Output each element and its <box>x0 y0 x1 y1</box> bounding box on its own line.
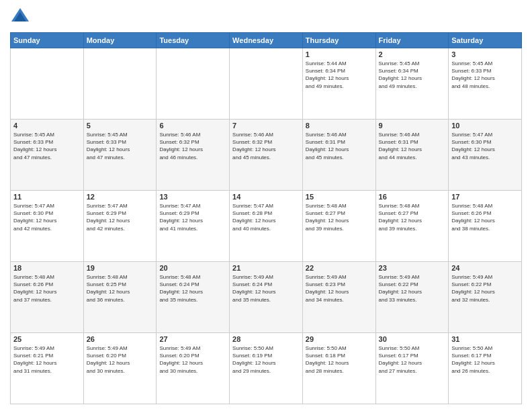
day-number-11: 11 <box>13 193 81 201</box>
day-number-6: 6 <box>159 122 226 130</box>
day-info-20: Sunrise: 5:48 AM Sunset: 6:24 PM Dayligh… <box>159 273 226 304</box>
page: Sunday Monday Tuesday Wednesday Thursday… <box>0 0 532 411</box>
cell-w1-d3: 7Sunrise: 5:46 AM Sunset: 6:32 PM Daylig… <box>230 120 303 191</box>
day-number-12: 12 <box>87 193 154 201</box>
col-sunday: Sunday <box>11 33 84 48</box>
day-info-4: Sunrise: 5:45 AM Sunset: 6:33 PM Dayligh… <box>13 131 81 161</box>
col-thursday: Thursday <box>302 33 375 48</box>
day-info-24: Sunrise: 5:49 AM Sunset: 6:22 PM Dayligh… <box>451 273 519 304</box>
day-info-23: Sunrise: 5:49 AM Sunset: 6:22 PM Dayligh… <box>379 273 446 304</box>
day-info-14: Sunrise: 5:47 AM Sunset: 6:28 PM Dayligh… <box>232 202 300 232</box>
day-info-7: Sunrise: 5:46 AM Sunset: 6:32 PM Dayligh… <box>232 131 300 161</box>
cell-w0-d4: 1Sunrise: 5:44 AM Sunset: 6:34 PM Daylig… <box>302 48 375 120</box>
cell-w2-d6: 17Sunrise: 5:48 AM Sunset: 6:26 PM Dayli… <box>449 191 522 262</box>
col-friday: Friday <box>375 33 449 48</box>
day-info-11: Sunrise: 5:47 AM Sunset: 6:30 PM Dayligh… <box>13 202 81 232</box>
cell-w2-d0: 11Sunrise: 5:47 AM Sunset: 6:30 PM Dayli… <box>11 191 84 262</box>
cell-w3-d4: 22Sunrise: 5:49 AM Sunset: 6:23 PM Dayli… <box>302 262 375 333</box>
cell-w1-d5: 9Sunrise: 5:46 AM Sunset: 6:31 PM Daylig… <box>375 120 449 191</box>
day-info-2: Sunrise: 5:45 AM Sunset: 6:34 PM Dayligh… <box>379 60 446 90</box>
day-info-21: Sunrise: 5:49 AM Sunset: 6:24 PM Dayligh… <box>232 273 300 304</box>
cell-w0-d1 <box>83 48 157 120</box>
day-number-15: 15 <box>306 193 373 201</box>
cell-w4-d6: 31Sunrise: 5:50 AM Sunset: 6:17 PM Dayli… <box>449 333 522 404</box>
cell-w0-d0 <box>11 48 84 120</box>
day-number-19: 19 <box>87 264 154 272</box>
day-number-3: 3 <box>451 50 519 58</box>
day-number-8: 8 <box>306 122 373 130</box>
col-monday: Monday <box>83 33 157 48</box>
cell-w1-d1: 5Sunrise: 5:45 AM Sunset: 6:33 PM Daylig… <box>83 120 157 191</box>
day-number-29: 29 <box>306 335 373 343</box>
logo <box>10 7 33 27</box>
day-number-18: 18 <box>13 264 81 272</box>
cell-w2-d5: 16Sunrise: 5:48 AM Sunset: 6:27 PM Dayli… <box>375 191 449 262</box>
day-info-26: Sunrise: 5:49 AM Sunset: 6:20 PM Dayligh… <box>87 345 154 375</box>
week-row-1: 4Sunrise: 5:45 AM Sunset: 6:33 PM Daylig… <box>11 120 522 191</box>
col-wednesday: Wednesday <box>230 33 303 48</box>
day-info-19: Sunrise: 5:48 AM Sunset: 6:25 PM Dayligh… <box>87 273 154 304</box>
cell-w2-d2: 13Sunrise: 5:47 AM Sunset: 6:29 PM Dayli… <box>157 191 230 262</box>
week-row-3: 18Sunrise: 5:48 AM Sunset: 6:26 PM Dayli… <box>11 262 522 333</box>
day-number-14: 14 <box>232 193 300 201</box>
week-row-0: 1Sunrise: 5:44 AM Sunset: 6:34 PM Daylig… <box>11 48 522 120</box>
day-info-30: Sunrise: 5:50 AM Sunset: 6:17 PM Dayligh… <box>379 345 446 375</box>
day-info-15: Sunrise: 5:48 AM Sunset: 6:27 PM Dayligh… <box>306 202 373 232</box>
day-info-25: Sunrise: 5:49 AM Sunset: 6:21 PM Dayligh… <box>13 345 81 375</box>
day-info-10: Sunrise: 5:47 AM Sunset: 6:30 PM Dayligh… <box>451 131 519 161</box>
day-number-16: 16 <box>379 193 446 201</box>
day-number-27: 27 <box>159 335 226 343</box>
day-info-3: Sunrise: 5:45 AM Sunset: 6:33 PM Dayligh… <box>451 60 519 90</box>
cell-w3-d6: 24Sunrise: 5:49 AM Sunset: 6:22 PM Dayli… <box>449 262 522 333</box>
cell-w4-d5: 30Sunrise: 5:50 AM Sunset: 6:17 PM Dayli… <box>375 333 449 404</box>
day-info-8: Sunrise: 5:46 AM Sunset: 6:31 PM Dayligh… <box>306 131 373 161</box>
cell-w0-d5: 2Sunrise: 5:45 AM Sunset: 6:34 PM Daylig… <box>375 48 449 120</box>
week-row-2: 11Sunrise: 5:47 AM Sunset: 6:30 PM Dayli… <box>11 191 522 262</box>
day-info-12: Sunrise: 5:47 AM Sunset: 6:29 PM Dayligh… <box>87 202 154 232</box>
cell-w3-d3: 21Sunrise: 5:49 AM Sunset: 6:24 PM Dayli… <box>230 262 303 333</box>
cell-w2-d4: 15Sunrise: 5:48 AM Sunset: 6:27 PM Dayli… <box>302 191 375 262</box>
cell-w3-d1: 19Sunrise: 5:48 AM Sunset: 6:25 PM Dayli… <box>83 262 157 333</box>
cell-w4-d4: 29Sunrise: 5:50 AM Sunset: 6:18 PM Dayli… <box>302 333 375 404</box>
day-number-28: 28 <box>232 335 300 343</box>
cell-w0-d6: 3Sunrise: 5:45 AM Sunset: 6:33 PM Daylig… <box>449 48 522 120</box>
day-number-20: 20 <box>159 264 226 272</box>
day-info-31: Sunrise: 5:50 AM Sunset: 6:17 PM Dayligh… <box>451 345 519 375</box>
day-info-6: Sunrise: 5:46 AM Sunset: 6:32 PM Dayligh… <box>159 131 226 161</box>
day-number-21: 21 <box>232 264 300 272</box>
day-number-24: 24 <box>451 264 519 272</box>
cell-w0-d3 <box>230 48 303 120</box>
day-info-9: Sunrise: 5:46 AM Sunset: 6:31 PM Dayligh… <box>379 131 446 161</box>
day-number-23: 23 <box>379 264 446 272</box>
day-number-9: 9 <box>379 122 446 130</box>
cell-w4-d0: 25Sunrise: 5:49 AM Sunset: 6:21 PM Dayli… <box>11 333 84 404</box>
cell-w1-d2: 6Sunrise: 5:46 AM Sunset: 6:32 PM Daylig… <box>157 120 230 191</box>
day-number-2: 2 <box>379 50 446 58</box>
day-info-22: Sunrise: 5:49 AM Sunset: 6:23 PM Dayligh… <box>306 273 373 304</box>
day-info-28: Sunrise: 5:50 AM Sunset: 6:19 PM Dayligh… <box>232 345 300 375</box>
cell-w4-d3: 28Sunrise: 5:50 AM Sunset: 6:19 PM Dayli… <box>230 333 303 404</box>
cell-w4-d1: 26Sunrise: 5:49 AM Sunset: 6:20 PM Dayli… <box>83 333 157 404</box>
day-info-17: Sunrise: 5:48 AM Sunset: 6:26 PM Dayligh… <box>451 202 519 232</box>
header <box>10 7 522 27</box>
calendar-body: 1Sunrise: 5:44 AM Sunset: 6:34 PM Daylig… <box>11 48 522 404</box>
day-info-29: Sunrise: 5:50 AM Sunset: 6:18 PM Dayligh… <box>306 345 373 375</box>
col-saturday: Saturday <box>449 33 522 48</box>
cell-w3-d5: 23Sunrise: 5:49 AM Sunset: 6:22 PM Dayli… <box>375 262 449 333</box>
day-info-1: Sunrise: 5:44 AM Sunset: 6:34 PM Dayligh… <box>306 60 373 90</box>
day-number-25: 25 <box>13 335 81 343</box>
cell-w1-d4: 8Sunrise: 5:46 AM Sunset: 6:31 PM Daylig… <box>302 120 375 191</box>
day-number-13: 13 <box>159 193 226 201</box>
day-number-31: 31 <box>451 335 519 343</box>
day-number-10: 10 <box>451 122 519 130</box>
cell-w1-d0: 4Sunrise: 5:45 AM Sunset: 6:33 PM Daylig… <box>11 120 84 191</box>
day-number-5: 5 <box>87 122 154 130</box>
calendar: Sunday Monday Tuesday Wednesday Thursday… <box>10 32 522 404</box>
cell-w1-d6: 10Sunrise: 5:47 AM Sunset: 6:30 PM Dayli… <box>449 120 522 191</box>
cell-w3-d2: 20Sunrise: 5:48 AM Sunset: 6:24 PM Dayli… <box>157 262 230 333</box>
cell-w3-d0: 18Sunrise: 5:48 AM Sunset: 6:26 PM Dayli… <box>11 262 84 333</box>
cell-w0-d2 <box>157 48 230 120</box>
day-number-17: 17 <box>451 193 519 201</box>
cell-w4-d2: 27Sunrise: 5:49 AM Sunset: 6:20 PM Dayli… <box>157 333 230 404</box>
cell-w2-d1: 12Sunrise: 5:47 AM Sunset: 6:29 PM Dayli… <box>83 191 157 262</box>
